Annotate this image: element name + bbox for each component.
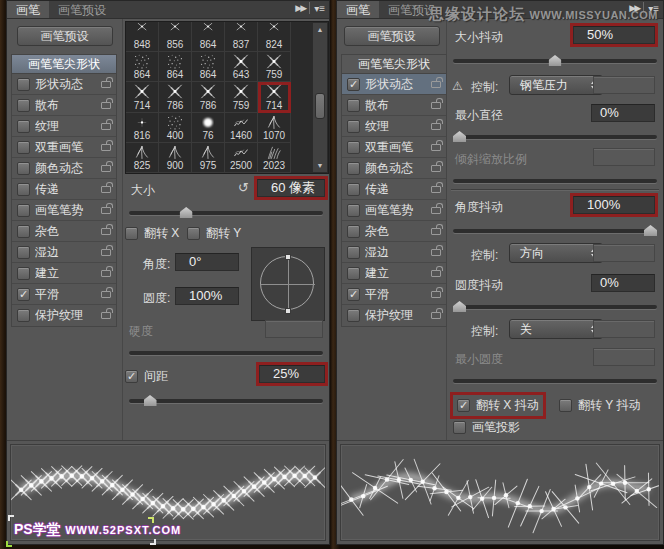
sidebar-item[interactable]: 保护纹理 [342, 305, 446, 326]
checkbox[interactable]: ✓ [17, 288, 30, 301]
flip-y-jitter-checkbox-row[interactable]: 翻转 Y 抖动 [559, 397, 640, 414]
sidebar-item[interactable]: ✓平滑 [342, 284, 446, 305]
slider-thumb[interactable] [453, 301, 466, 312]
spacing-checkbox-row[interactable]: ✓ 间距 [125, 368, 168, 385]
checkbox[interactable]: ✓ [347, 78, 360, 91]
slider-thumb[interactable] [453, 131, 466, 142]
sidebar-item[interactable]: 湿边 [12, 242, 116, 263]
scroll-up-icon[interactable]: ▲ [313, 26, 327, 33]
checkbox[interactable] [347, 225, 360, 238]
checkbox[interactable] [347, 120, 360, 133]
sidebar-item[interactable]: 纹理 [342, 116, 446, 137]
reset-icon[interactable]: ↺ [238, 180, 249, 195]
angle-jitter-slider[interactable] [453, 223, 657, 237]
brush-thumbnail[interactable]: 864 [192, 52, 225, 82]
control-dropdown[interactable]: 钢笔压力 [509, 75, 603, 95]
control-dropdown[interactable]: 关 [509, 319, 603, 339]
brush-thumbnail[interactable]: 400 [159, 113, 192, 143]
sidebar-item[interactable]: 建立 [12, 263, 116, 284]
checkbox[interactable] [17, 225, 30, 238]
brush-thumbnail[interactable]: 759 [258, 52, 291, 82]
checkbox[interactable]: ✓ [347, 288, 360, 301]
flip-x-checkbox-row[interactable]: 翻转 X [125, 225, 179, 242]
angle-roundness-widget[interactable] [251, 247, 325, 321]
brush-thumbnail[interactable]: 2023 [258, 143, 291, 173]
scrollbar[interactable]: ▲ ▼ [312, 23, 327, 172]
sidebar-item[interactable]: 传递 [342, 179, 446, 200]
slider-thumb[interactable] [144, 395, 157, 406]
sidebar-item-brush-tip-shape[interactable]: 画笔笔尖形状 [341, 54, 447, 74]
checkbox[interactable] [453, 421, 466, 434]
angle-value-field[interactable]: 0° [175, 253, 239, 271]
sidebar-item[interactable]: 杂色 [342, 221, 446, 242]
checkbox[interactable] [347, 99, 360, 112]
brush-thumbnail[interactable]: 786 [159, 82, 192, 112]
tab-brush[interactable]: 画笔 [337, 1, 379, 18]
brush-thumbnail[interactable]: 643 [225, 52, 258, 82]
size-slider[interactable] [129, 205, 323, 219]
min-diameter-slider[interactable] [453, 129, 657, 143]
brush-thumbnail[interactable]: 2500 [225, 143, 258, 173]
brush-thumbnail[interactable]: 714 [126, 82, 159, 112]
tab-brush-presets[interactable]: 画笔预设 [49, 1, 115, 18]
sidebar-item[interactable]: 形状动态 [12, 74, 116, 95]
tab-brush[interactable]: 画笔 [7, 1, 49, 18]
brush-thumbnail[interactable]: 864 [126, 52, 159, 82]
checkbox[interactable] [17, 267, 30, 280]
collapse-panel-icon[interactable]: ▶▶ [295, 3, 305, 13]
checkbox[interactable] [17, 162, 30, 175]
sidebar-item[interactable]: 画笔笔势 [342, 200, 446, 221]
brush-thumbnail[interactable]: 837 [225, 22, 258, 52]
checkbox[interactable] [347, 246, 360, 259]
slider-thumb[interactable] [180, 207, 193, 218]
sidebar-item[interactable]: 传递 [12, 179, 116, 200]
flip-y-checkbox-row[interactable]: 翻转 Y [187, 225, 241, 242]
sidebar-item[interactable]: 湿边 [342, 242, 446, 263]
size-jitter-value-field[interactable]: 50% [573, 26, 655, 44]
brush-thumbnail[interactable]: 864 [192, 22, 225, 52]
sidebar-item[interactable]: 保护纹理 [12, 305, 116, 326]
roundness-value-field[interactable]: 100% [175, 287, 239, 305]
sidebar-item[interactable]: ✓平滑 [12, 284, 116, 305]
checkbox[interactable] [187, 227, 200, 240]
sidebar-item[interactable]: 散布 [12, 95, 116, 116]
brush-thumbnail[interactable]: 856 [159, 22, 192, 52]
scroll-down-icon[interactable]: ▼ [313, 162, 327, 169]
brush-projection-checkbox-row[interactable]: 画笔投影 [453, 419, 520, 436]
brush-presets-button[interactable]: 画笔预设 [344, 26, 440, 46]
brush-thumbnail[interactable]: 1070 [258, 113, 291, 143]
checkbox[interactable] [347, 309, 360, 322]
brush-thumbnail[interactable]: 848 [126, 22, 159, 52]
brush-thumbnail[interactable]: 786 [192, 82, 225, 112]
brush-thumbnail[interactable]: 759 [225, 82, 258, 112]
checkbox[interactable] [347, 183, 360, 196]
slider-thumb[interactable] [644, 225, 657, 236]
size-jitter-slider[interactable] [453, 53, 657, 67]
sidebar-item[interactable]: 杂色 [12, 221, 116, 242]
flip-x-jitter-checkbox-row[interactable]: ✓ 翻转 X 抖动 [453, 395, 543, 416]
roundness-handle[interactable] [285, 254, 291, 260]
brush-thumbnail[interactable]: 714 [258, 82, 291, 112]
checkbox[interactable]: ✓ [457, 399, 470, 412]
angle-jitter-value-field[interactable]: 100% [573, 196, 655, 214]
sidebar-item[interactable]: ✓形状动态 [342, 74, 446, 95]
checkbox[interactable] [17, 141, 30, 154]
checkbox[interactable] [347, 162, 360, 175]
brush-thumbnail[interactable]: 76 [192, 113, 225, 143]
sidebar-item[interactable]: 画笔笔势 [12, 200, 116, 221]
brush-thumbnail[interactable]: 1460 [225, 113, 258, 143]
checkbox[interactable] [559, 399, 572, 412]
min-diameter-value-field[interactable]: 0% [591, 104, 655, 122]
sidebar-item[interactable]: 颜色动态 [342, 158, 446, 179]
brush-thumbnail[interactable]: 824 [258, 22, 291, 52]
roundness-jitter-slider[interactable] [453, 299, 657, 313]
checkbox[interactable]: ✓ [125, 370, 138, 383]
roundness-jitter-value-field[interactable]: 0% [591, 274, 655, 292]
checkbox[interactable] [17, 99, 30, 112]
roundness-handle[interactable] [285, 308, 291, 314]
brush-presets-button[interactable]: 画笔预设 [17, 26, 113, 46]
sidebar-item[interactable]: 纹理 [12, 116, 116, 137]
checkbox[interactable] [125, 227, 138, 240]
sidebar-item[interactable]: 建立 [342, 263, 446, 284]
spacing-value-field[interactable]: 25% [259, 365, 325, 383]
